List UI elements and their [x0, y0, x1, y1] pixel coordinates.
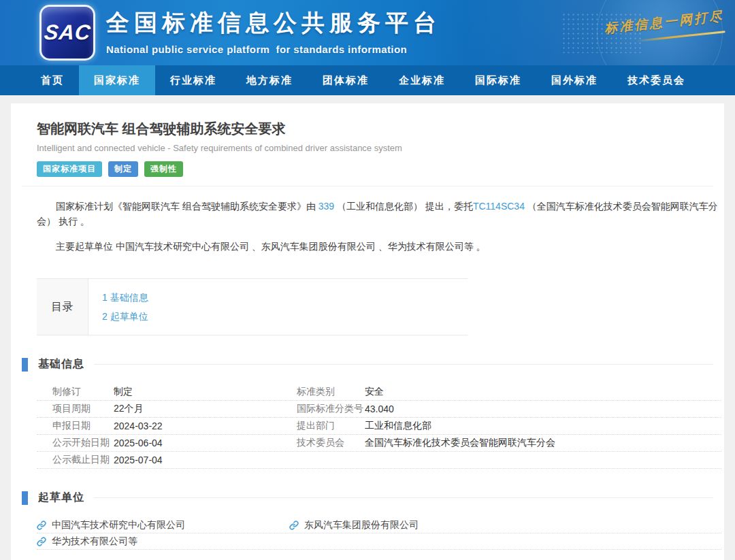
chain-link-icon — [37, 521, 46, 530]
drafting-unit[interactable]: 东风汽车集团股份有限公司 — [289, 519, 721, 531]
chain-link-icon — [37, 537, 46, 546]
section-divider-line — [94, 364, 713, 365]
nav-item-international-standards[interactable]: 国际标准 — [460, 65, 536, 95]
technical-committee-link[interactable]: 全国汽车标准化技术委员会智能网联汽车分会 — [365, 437, 721, 449]
info-value: 43.040 — [365, 403, 721, 414]
content-card: 智能网联汽车 组合驾驶辅助系统安全要求 Intelligent and conn… — [11, 103, 724, 560]
section-header-drafting-units: 起草单位 — [22, 491, 713, 505]
sac-logo[interactable]: SAC — [39, 5, 95, 61]
info-label: 制修订 — [52, 386, 114, 398]
table-row: 制修订 制定 标准类别 安全 — [37, 384, 721, 401]
page-wrapper: 智能网联汽车 组合驾驶辅助系统安全要求 Intelligent and conn… — [0, 95, 735, 560]
badge-national-standard-project: 国家标准项目 — [37, 161, 102, 177]
table-row: 项目周期 22个月 国际标准分类号 43.040 — [37, 401, 721, 418]
table-row: 公示截止日期 2025-07-04 — [37, 452, 721, 469]
info-value: 2024-03-22 — [114, 421, 297, 431]
badge-formulate: 制定 — [108, 161, 138, 177]
standard-title: 智能网联汽车 组合驾驶辅助系统安全要求 — [37, 120, 698, 138]
info-value: 22个月 — [114, 403, 297, 415]
info-value: 制定 — [114, 386, 297, 398]
drafting-units-list: 中国汽车技术研究中心有限公司 东风汽车集团股份有限公司 华为技术有限公司等 — [37, 517, 721, 550]
sac-logo-text: SAC — [43, 20, 92, 45]
standard-title-block: 智能网联汽车 组合驾驶辅助系统安全要求 Intelligent and conn… — [11, 103, 724, 177]
nav-item-national-standards[interactable]: 国家标准 — [79, 65, 155, 95]
section-title-drafting-units: 起草单位 — [38, 491, 84, 505]
table-row: 公示开始日期 2025-06-04 技术委员会 全国汽车标准化技术委员会智能网联… — [37, 435, 721, 452]
nav-item-industry-standards[interactable]: 行业标准 — [155, 65, 231, 95]
badge-mandatory: 强制性 — [144, 161, 183, 177]
site-subtitle-en: National public service platform for sta… — [106, 44, 441, 55]
site-banner: SAC 全国标准信息公共服务平台 National public service… — [0, 0, 735, 65]
intro-paragraph-2: 主要起草单位 中国汽车技术研究中心有限公司 、东风汽车集团股份有限公司 、华为技… — [37, 239, 721, 254]
list-item-row: 华为技术有限公司等 — [37, 533, 721, 550]
intro-text-1: 国家标准计划《智能网联汽车 组合驾驶辅助系统安全要求》由 — [56, 201, 318, 212]
info-label: 项目周期 — [52, 403, 114, 415]
info-label: 公示开始日期 — [52, 437, 114, 449]
section-divider-line — [94, 497, 713, 498]
chain-link-icon — [289, 521, 299, 530]
nav-item-group-standards[interactable]: 团体标准 — [308, 65, 384, 95]
drafting-unit-name[interactable]: 东风汽车集团股份有限公司 — [304, 519, 419, 531]
toc-link-basic-info[interactable]: 1 基础信息 — [102, 288, 148, 307]
info-label: 技术委员会 — [297, 437, 365, 449]
department-code-link[interactable]: 339 — [318, 201, 334, 212]
main-nav: 首页 国家标准 行业标准 地方标准 团体标准 企业标准 国际标准 国外标准 技术… — [0, 65, 735, 95]
info-label: 国际标准分类号 — [297, 403, 365, 415]
toc-link-drafting-units[interactable]: 2 起草单位 — [102, 307, 148, 326]
nav-item-enterprise-standards[interactable]: 企业标准 — [384, 65, 460, 95]
list-item-row: 中国汽车技术研究中心有限公司 东风汽车集团股份有限公司 — [37, 517, 721, 533]
intro-paragraph-1: 国家标准计划《智能网联汽车 组合驾驶辅助系统安全要求》由 339 （工业和信息化… — [37, 199, 721, 229]
intro-text-2: （工业和信息化部） 提出，委托 — [334, 201, 473, 212]
proposing-department-link[interactable]: 工业和信息化部 — [365, 420, 721, 432]
toc-links: 1 基础信息 2 起草单位 — [88, 279, 148, 335]
section-bar-icon — [22, 491, 28, 505]
info-label: 标准类别 — [297, 386, 365, 398]
table-of-contents: 目录 1 基础信息 2 起草单位 — [37, 278, 468, 335]
drafting-unit[interactable]: 中国汽车技术研究中心有限公司 — [37, 519, 289, 531]
info-label: 提出部门 — [297, 420, 365, 432]
drafting-unit-name[interactable]: 中国汽车技术研究中心有限公司 — [52, 519, 185, 531]
nav-item-foreign-standards[interactable]: 国外标准 — [536, 65, 612, 95]
section-bar-icon — [22, 358, 28, 372]
info-value: 2025-07-04 — [114, 455, 297, 465]
table-row: 申报日期 2024-03-22 提出部门 工业和信息化部 — [37, 418, 721, 435]
nav-item-local-standards[interactable]: 地方标准 — [231, 65, 308, 95]
committee-code-link[interactable]: TC114SC34 — [473, 201, 525, 212]
banner-titles: 全国标准信息公共服务平台 National public service pla… — [106, 7, 441, 55]
intro-paragraphs: 国家标准计划《智能网联汽车 组合驾驶辅助系统安全要求》由 339 （工业和信息化… — [11, 186, 724, 254]
nav-item-home[interactable]: 首页 — [26, 65, 79, 95]
toc-label: 目录 — [37, 279, 88, 335]
drafting-unit-name[interactable]: 华为技术有限公司等 — [52, 536, 137, 548]
info-value: 2025-06-04 — [114, 438, 297, 448]
drafting-unit[interactable]: 华为技术有限公司等 — [37, 536, 289, 548]
badge-row: 国家标准项目 制定 强制性 — [37, 161, 698, 177]
section-header-basic-info: 基础信息 — [22, 357, 713, 372]
info-label: 申报日期 — [52, 420, 114, 432]
site-title: 全国标准信息公共服务平台 — [106, 7, 441, 39]
basic-info-table: 制修订 制定 标准类别 安全 项目周期 22个月 国际标准分类号 43.040 … — [37, 384, 721, 469]
standard-title-en: Intelligent and connected vehicle - Safe… — [37, 143, 698, 153]
nav-item-technical-committees[interactable]: 技术委员会 — [612, 65, 700, 95]
info-label: 公示截止日期 — [52, 454, 114, 466]
section-title-basic-info: 基础信息 — [38, 357, 84, 372]
info-value: 安全 — [365, 386, 721, 398]
